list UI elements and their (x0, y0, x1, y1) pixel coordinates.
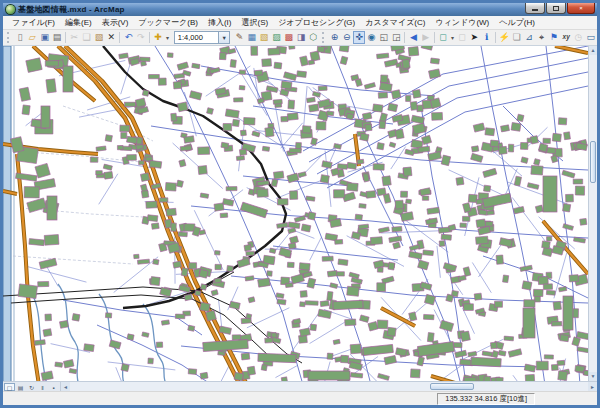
redo-button: ↷ (135, 31, 147, 44)
vertical-scrollbar[interactable]: ▲ ▼ (588, 46, 597, 381)
menu-geoprocessing[interactable]: ジオプロセシング(G) (273, 17, 360, 28)
toolbar-separator (404, 32, 405, 43)
coordinate-readout: 135.332 34.816 度[10進] (437, 393, 535, 405)
view-toggle-buttons: ▢▤↻‖▪ (3, 382, 61, 391)
close-button[interactable]: × (567, 3, 595, 14)
statusbar: 135.332 34.816 度[10進] (3, 391, 597, 405)
zoom-out-button[interactable]: ⊖ (341, 31, 353, 44)
add-data-dropdown-icon[interactable]: ▾ (164, 34, 171, 41)
arcmap-app-icon (6, 5, 15, 14)
map-canvas[interactable] (3, 46, 588, 385)
toolbar-grip (322, 32, 327, 43)
toolbar-separator (149, 32, 150, 43)
copy-button: ❑ (80, 31, 92, 44)
find-route-button[interactable]: ⚑ (548, 31, 560, 44)
window-title: 基盤地図情報.mxd - ArcMap (18, 4, 125, 15)
select-elements-button[interactable]: ➤ (468, 31, 480, 44)
undo-button[interactable]: ↶ (122, 31, 134, 44)
map-scale-value: 1:4,000 (175, 33, 218, 42)
scroll-up-arrow-icon[interactable]: ▲ (589, 46, 597, 55)
pause-drawing-button[interactable]: ‖ (37, 383, 48, 391)
menu-window[interactable]: ウィンドウ(W) (430, 17, 494, 28)
horizontal-scroll-row: ▢▤↻‖▪ ◄ ► (3, 381, 597, 391)
scroll-down-arrow-icon[interactable]: ▼ (589, 372, 597, 381)
refresh-view-button[interactable]: ↻ (26, 383, 37, 391)
html-popup-button[interactable]: ❏ (511, 31, 523, 44)
hyperlink-button[interactable]: ⚡ (498, 31, 511, 44)
horizontal-scroll-thumb[interactable] (430, 383, 474, 390)
toolbar-separator (65, 32, 66, 43)
menu-edit[interactable]: 編集(E) (60, 17, 97, 28)
window-controls: × (524, 3, 595, 14)
new-document-button[interactable]: ▯ (14, 31, 26, 44)
minimize-icon (532, 9, 538, 11)
map-scale-combobox[interactable]: 1:4,000▼ (174, 31, 230, 44)
maximize-icon (553, 6, 559, 11)
data-view-button[interactable]: ▢ (4, 383, 15, 391)
python-window-button[interactable]: ◨ (295, 31, 307, 44)
modelbuilder-window-button[interactable]: ⬡ (307, 31, 319, 44)
pause-labeling-button[interactable]: ▪ (48, 383, 59, 391)
go-to-xy-button[interactable]: xy (560, 31, 572, 44)
time-slider-button: ◷ (572, 31, 584, 44)
toolbar-grip (7, 32, 12, 43)
toolbar-separator (434, 32, 435, 43)
full-extent-button[interactable]: ◉ (365, 31, 377, 44)
select-features-button[interactable]: ◻ (437, 31, 449, 44)
editor-toolbar-button[interactable]: ✎ (233, 31, 245, 44)
menu-insert[interactable]: 挿入(I) (203, 17, 237, 28)
toolbar-separator (119, 32, 120, 43)
menu-file[interactable]: ファイル(F) (7, 17, 60, 28)
statusbar-right-pad (535, 392, 597, 405)
measure-button[interactable]: ⊿ (523, 31, 535, 44)
vertical-scroll-thumb[interactable] (590, 141, 596, 183)
search-window-button[interactable]: ▨ (270, 31, 282, 44)
map-row: ▲ ▼ (3, 46, 597, 381)
fixed-zoom-in-button[interactable]: ◱ (378, 31, 390, 44)
find-button[interactable]: ⌖ (535, 31, 547, 44)
arctoolbox-window-button[interactable]: ▩ (283, 31, 295, 44)
catalog-window-button[interactable]: ▧ (258, 31, 270, 44)
save-button[interactable]: ▣ (38, 31, 50, 44)
table-of-contents-button[interactable]: ▦ (246, 31, 258, 44)
cut-button: ✂ (68, 31, 80, 44)
minimize-button[interactable] (525, 3, 545, 14)
menu-bookmarks[interactable]: ブックマーク(B) (133, 17, 203, 28)
scroll-right-arrow-icon[interactable]: ► (588, 382, 597, 391)
map-scale-dropdown-icon[interactable]: ▼ (218, 32, 229, 43)
menu-customize[interactable]: カスタマイズ(C) (360, 17, 430, 28)
select-features-dropdown-icon[interactable]: ▾ (449, 34, 456, 41)
fixed-zoom-out-button[interactable]: ◲ (390, 31, 402, 44)
maximize-button[interactable] (546, 3, 566, 14)
pan-button[interactable]: ✜ (353, 31, 365, 44)
add-data-button[interactable]: ✚ (152, 31, 164, 44)
titlebar[interactable]: 基盤地図情報.mxd - ArcMap × (3, 3, 597, 16)
clear-selection-button: ◻ (456, 31, 468, 44)
menu-selection[interactable]: 選択(S) (236, 17, 273, 28)
layout-view-button[interactable]: ▤ (15, 383, 26, 391)
viewer-window-button[interactable]: ▭ (585, 31, 597, 44)
go-forward-button: ▶ (420, 31, 432, 44)
toolbar-separator (495, 32, 496, 43)
identify-button[interactable]: ℹ (480, 31, 492, 44)
toolbar: ▯▱▣▤✂❑▧✕↶↷✚▾1:4,000▼✎▦▧▨▩◨⬡⊕⊖✜◉◱◲◀▶◻▾◻➤ℹ… (3, 30, 597, 46)
print-button[interactable]: ▤ (51, 31, 63, 44)
horizontal-scrollbar[interactable]: ◄ ► (61, 382, 597, 391)
go-back-button[interactable]: ◀ (407, 31, 419, 44)
scroll-left-arrow-icon[interactable]: ◄ (61, 382, 70, 391)
paste-button[interactable]: ▧ (93, 31, 105, 44)
zoom-in-button[interactable]: ⊕ (328, 31, 340, 44)
menubar: ファイル(F)編集(E)表示(V)ブックマーク(B)挿入(I)選択(S)ジオプロ… (3, 16, 597, 30)
delete-button[interactable]: ✕ (105, 31, 117, 44)
menu-help[interactable]: ヘルプ(H) (494, 17, 540, 28)
open-folder-button[interactable]: ▱ (26, 31, 38, 44)
arcmap-window: 基盤地図情報.mxd - ArcMap × ファイル(F)編集(E)表示(V)ブ… (0, 0, 600, 408)
menu-view[interactable]: 表示(V) (97, 17, 134, 28)
